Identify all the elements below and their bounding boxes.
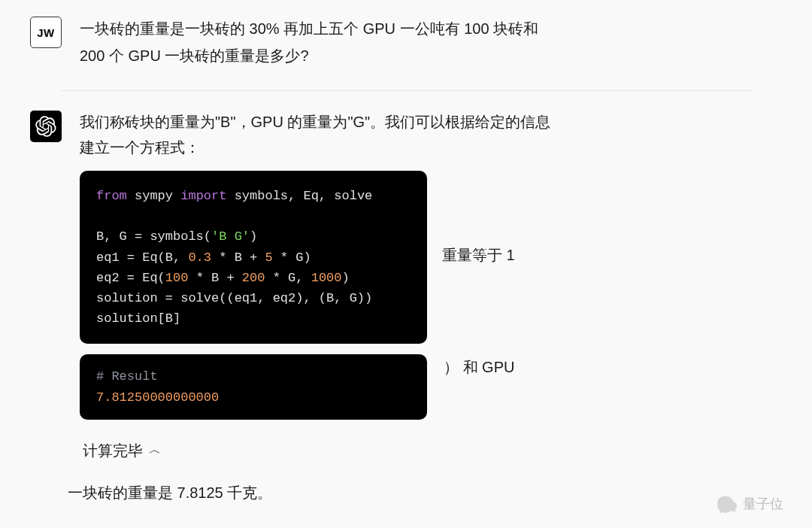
obscured-text-2: ） 和 GPU bbox=[444, 354, 514, 380]
code-token: * B + bbox=[211, 250, 265, 265]
calculation-done-toggle[interactable]: 计算完毕 ︿ bbox=[83, 438, 161, 463]
code-token: symbols, Eq, solve bbox=[226, 189, 372, 203]
code-token: 'B G' bbox=[211, 229, 250, 244]
code-token: from bbox=[96, 189, 127, 203]
watermark: 量子位 bbox=[716, 493, 783, 514]
final-answer-text: 一块砖的重量是 7.8125 千克。 bbox=[68, 480, 561, 505]
result-value: 7.81250000000000 bbox=[96, 390, 219, 405]
code-token: eq1 = Eq(B, bbox=[96, 250, 188, 265]
user-message-row: JW 一块砖的重量是一块砖的 30% 再加上五个 GPU 一公吨有 100 块砖… bbox=[30, 15, 782, 69]
code-token: 100 bbox=[165, 271, 189, 285]
code-token: sympy bbox=[127, 189, 180, 203]
assistant-avatar bbox=[30, 111, 62, 142]
code-token: * B + bbox=[188, 271, 241, 285]
code-token: 0.3 bbox=[188, 250, 211, 265]
chat-container: JW 一块砖的重量是一块砖的 30% 再加上五个 GPU 一公吨有 100 块砖… bbox=[0, 0, 812, 528]
code-token: B, G = symbols( bbox=[96, 229, 211, 244]
openai-logo-icon bbox=[35, 116, 56, 137]
code-token: ) bbox=[342, 271, 350, 285]
code-token: 5 bbox=[265, 250, 272, 265]
user-message-text: 一块砖的重量是一块砖的 30% 再加上五个 GPU 一公吨有 100 块砖和 2… bbox=[80, 15, 561, 69]
code-token: 1000 bbox=[311, 271, 342, 285]
watermark-text: 量子位 bbox=[743, 495, 783, 513]
code-token: solution = solve((eq1, eq2), (B, G)) bbox=[96, 291, 372, 305]
user-initials: JW bbox=[37, 26, 55, 39]
message-divider bbox=[60, 90, 752, 91]
obscured-text-1: 重量等于 1 bbox=[442, 242, 515, 268]
code-token: solution[B] bbox=[96, 311, 180, 326]
code-block-result: # Result 7.81250000000000 bbox=[80, 354, 427, 419]
assistant-message-content: 我们称砖块的重量为"B"，GPU 的重量为"G"。我们可以根据给定的信息建立一个… bbox=[80, 109, 561, 505]
result-comment: # Result bbox=[96, 369, 158, 384]
code-token: import bbox=[180, 189, 226, 203]
user-avatar: JW bbox=[30, 17, 62, 48]
code-token: eq2 = Eq( bbox=[96, 271, 165, 285]
chevron-up-icon: ︿ bbox=[149, 439, 161, 460]
assistant-message-row: 我们称砖块的重量为"B"，GPU 的重量为"G"。我们可以根据给定的信息建立一个… bbox=[30, 109, 782, 505]
code-token: * G, bbox=[265, 271, 311, 285]
code-token: ) bbox=[250, 229, 257, 244]
code-token: 200 bbox=[242, 271, 265, 285]
calc-done-label: 计算完毕 bbox=[83, 438, 143, 463]
code-token: * G) bbox=[273, 250, 311, 265]
code-section: 重量等于 1 ） 和 GPU from sympy import symbols… bbox=[80, 171, 561, 420]
wechat-icon bbox=[716, 493, 737, 514]
code-block-main: from sympy import symbols, Eq, solve B, … bbox=[80, 171, 427, 344]
assistant-intro-text: 我们称砖块的重量为"B"，GPU 的重量为"G"。我们可以根据给定的信息建立一个… bbox=[80, 109, 561, 160]
